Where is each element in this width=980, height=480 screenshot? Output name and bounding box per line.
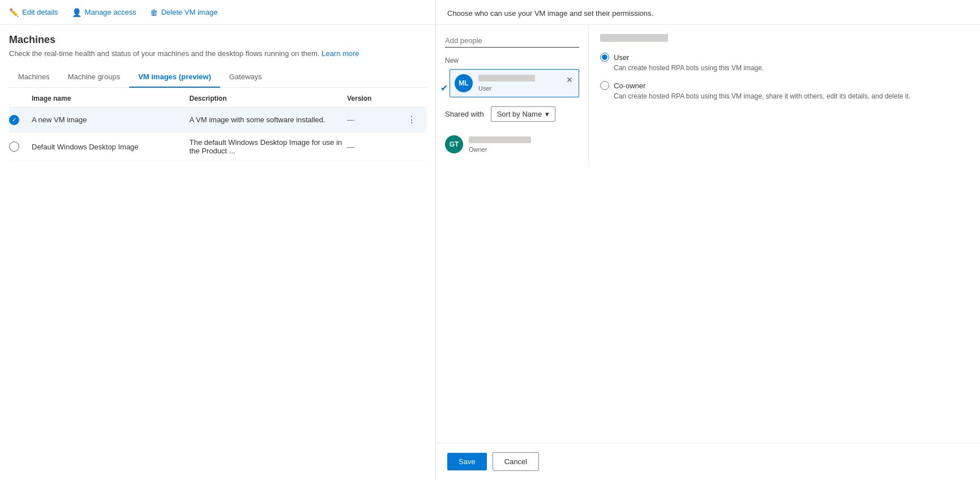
toolbar: ✏️ Edit details 👤 Manage access 🗑 Delete… — [0, 0, 435, 25]
permission-coowner-option: Co-owner Can create hosted RPA bots usin… — [600, 81, 969, 100]
selected-person-wrapper: ✔ ML User ✕ — [445, 69, 579, 106]
person-role-ml: User — [478, 85, 574, 92]
person-name-gt — [469, 136, 531, 143]
right-panel-content: Choose who can use your VM image and set… — [436, 0, 980, 443]
table-container: Image name Description Version ✓ A new V… — [0, 88, 435, 480]
col-check — [9, 95, 32, 102]
selected-checkmark-icon: ✔ — [440, 83, 448, 93]
person-role-gt: Owner — [469, 146, 579, 153]
tab-machine-groups[interactable]: Machine groups — [59, 67, 130, 88]
table-row[interactable]: Default Windows Desktop Image The defaul… — [9, 132, 426, 161]
sort-label: Sort by Name — [497, 110, 542, 118]
page-header: Machines Check the real-time health and … — [0, 25, 435, 88]
panel-people-list: New ✔ ML User ✕ Shared with — [436, 25, 589, 167]
unselected-check-icon — [9, 142, 19, 152]
panel-body: New ✔ ML User ✕ Shared with — [436, 25, 980, 167]
col-description: Description — [190, 95, 348, 102]
shared-with-label: Shared with — [445, 110, 484, 118]
col-actions — [404, 95, 426, 102]
user-radio-input[interactable] — [600, 53, 609, 62]
avatar-gt: GT — [445, 135, 463, 153]
chevron-down-icon: ▾ — [545, 110, 549, 118]
manage-access-button[interactable]: 👤 Manage access — [72, 6, 136, 19]
panel-intro: Choose who can use your VM image and set… — [436, 0, 980, 25]
add-people-input[interactable] — [445, 34, 579, 48]
row-image-name: Default Windows Desktop Image — [32, 143, 190, 151]
panel-footer: Save Cancel — [436, 443, 980, 480]
row-check — [9, 142, 32, 152]
learn-more-link[interactable]: Learn more — [322, 49, 359, 58]
permission-title — [600, 34, 668, 42]
row-more[interactable]: ⋮ — [404, 113, 426, 126]
person-name-ml — [478, 75, 535, 82]
tab-machines[interactable]: Machines — [18, 67, 59, 88]
table-header: Image name Description Version — [9, 88, 426, 108]
table-row[interactable]: ✓ A new VM image A VM image with some so… — [9, 108, 426, 132]
col-image-name: Image name — [32, 95, 190, 102]
delete-icon: 🗑 — [150, 8, 158, 17]
selected-check-icon: ✓ — [9, 115, 19, 125]
edit-details-button[interactable]: ✏️ Edit details — [9, 6, 58, 19]
sort-dropdown[interactable]: Sort by Name ▾ — [491, 106, 555, 122]
person-row-gt[interactable]: GT Owner — [445, 131, 579, 158]
row-description: The default Windows Desktop Image for us… — [190, 138, 348, 155]
tab-vm-images[interactable]: VM images (preview) — [129, 67, 220, 88]
left-panel: ✏️ Edit details 👤 Manage access 🗑 Delete… — [0, 0, 436, 480]
row-description: A VM image with some software installed. — [190, 115, 348, 124]
user-radio-description: Can create hosted RPA bots using this VM… — [614, 64, 969, 72]
page-subtitle: Check the real-time health and status of… — [9, 49, 426, 58]
person-row-ml[interactable]: ML User ✕ — [450, 69, 579, 97]
row-version: — — [347, 115, 404, 124]
tab-gateways[interactable]: Gateways — [220, 67, 271, 88]
manage-access-icon: 👤 — [72, 8, 82, 17]
row-version: — — [347, 143, 404, 151]
coowner-radio-description: Can create hosted RPA bots using this VM… — [614, 92, 969, 100]
avatar-ml: ML — [455, 74, 473, 92]
user-radio-label[interactable]: User — [614, 53, 629, 62]
col-version: Version — [347, 95, 404, 102]
edit-icon: ✏️ — [9, 8, 19, 17]
new-label: New — [445, 57, 579, 65]
delete-vm-image-button[interactable]: 🗑 Delete VM image — [150, 6, 218, 19]
shared-with-row: Shared with Sort by Name ▾ — [445, 106, 579, 122]
row-image-name: A new VM image — [32, 115, 190, 124]
coowner-radio-label[interactable]: Co-owner — [614, 82, 645, 90]
panel-permissions: User Can create hosted RPA bots using th… — [589, 25, 980, 167]
coowner-radio-input[interactable] — [600, 81, 609, 90]
tabs-container: Machines Machine groups VM images (previ… — [9, 67, 426, 88]
permission-user-option: User Can create hosted RPA bots using th… — [600, 53, 969, 72]
right-panel: Choose who can use your VM image and set… — [436, 0, 980, 480]
row-check: ✓ — [9, 115, 32, 125]
remove-person-button[interactable]: ✕ — [565, 74, 574, 85]
cancel-button[interactable]: Cancel — [493, 452, 539, 471]
page-title: Machines — [9, 34, 426, 46]
person-info-gt: Owner — [469, 136, 579, 153]
more-options-button[interactable]: ⋮ — [404, 113, 420, 126]
person-info-ml: User — [478, 75, 574, 92]
save-button[interactable]: Save — [447, 453, 487, 470]
